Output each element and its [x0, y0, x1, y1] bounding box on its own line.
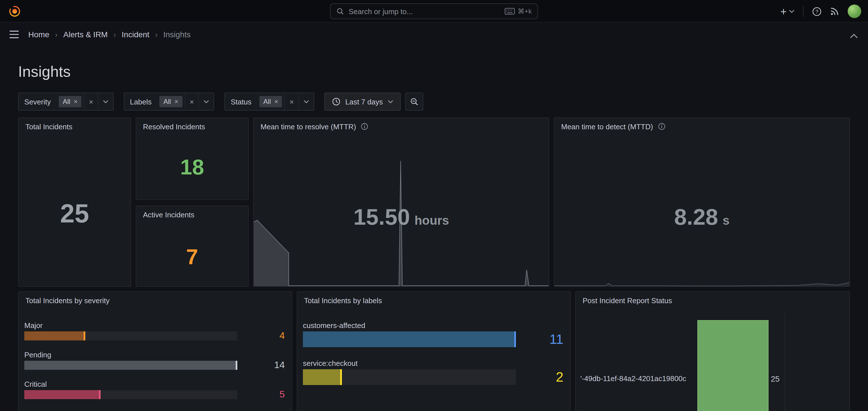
user-avatar[interactable] [848, 4, 861, 18]
stat-value-wrap: 18 [136, 135, 248, 199]
panel-title[interactable]: Mean time to detect (MTTD) [561, 122, 653, 131]
info-icon[interactable] [361, 123, 368, 130]
filter-labels-label[interactable]: Labels [124, 93, 157, 110]
report-category-label: '-49db-11ef-84a2-4201ac19800c [580, 374, 708, 383]
svg-text:?: ? [815, 8, 818, 14]
mttr-unit: hours [414, 213, 449, 228]
bar-gauge-row-service-checkout: service:checkout 2 [303, 359, 563, 385]
panel-title[interactable]: Mean time to resolve (MTTR) [260, 122, 356, 131]
chart-gridline [784, 313, 785, 411]
time-range-picker[interactable]: Last 7 days [324, 93, 400, 111]
panel-title[interactable]: Active Incidents [143, 210, 194, 219]
menu-toggle-button[interactable] [9, 31, 19, 38]
panel-mttd: Mean time to detect (MTTD) 8.28 s [554, 117, 850, 287]
bar-gauge-row-pending: Pending 14 [24, 351, 285, 370]
panel-title[interactable]: Resolved Incidents [143, 122, 205, 131]
panel-incidents-by-labels: Total Incidents by labels customers-affe… [297, 291, 571, 411]
panel-title[interactable]: Post Incident Report Status [583, 296, 672, 305]
filter-severity-controls: × [84, 93, 113, 110]
bar-value: 4 [245, 332, 285, 340]
search-shortcut-text: ⌘+k [518, 7, 532, 15]
filter-labels-chip[interactable]: All × [159, 96, 182, 107]
filter-severity-chip[interactable]: All × [59, 96, 82, 107]
breadcrumb-insights: Insights [163, 30, 191, 39]
breadcrumb-incident[interactable]: Incident [122, 30, 150, 39]
filter-labels[interactable]: Labels All × × [124, 93, 214, 111]
remove-value-icon[interactable]: × [274, 98, 278, 106]
info-icon[interactable] [657, 123, 665, 130]
clear-filter-icon[interactable]: × [284, 93, 299, 110]
collapse-controls-button[interactable] [850, 31, 858, 41]
clock-icon [332, 97, 341, 106]
bar-label: service:checkout [303, 359, 516, 368]
bar-fill [24, 332, 85, 340]
stat-value-wrap: 8.28 s [554, 135, 849, 286]
breadcrumb-separator: › [113, 30, 116, 39]
bar-label: Major [24, 321, 237, 330]
news-button[interactable] [830, 7, 839, 16]
panel-post-incident-report-status: Post Incident Report Status '-49db-11ef-… [575, 291, 850, 411]
chevron-up-icon [850, 34, 858, 38]
bar-track [303, 332, 516, 347]
search-placeholder: Search or jump to... [349, 7, 500, 15]
report-status-bar [698, 320, 769, 411]
resolved-incidents-value: 18 [180, 155, 204, 179]
bar-gauge-row-critical: Critical 5 [24, 380, 285, 399]
filter-status-chip[interactable]: All × [259, 96, 282, 107]
stat-value-wrap: 7 [136, 223, 248, 286]
rss-icon [830, 7, 839, 16]
bar-value: 11 [524, 332, 563, 347]
search-input[interactable]: Search or jump to... ⌘+k [330, 3, 538, 19]
active-incidents-value: 7 [186, 245, 198, 269]
bar-fill [303, 332, 516, 347]
filter-status[interactable]: Status All × × [224, 93, 314, 111]
panel-title[interactable]: Total Incidents [25, 122, 72, 131]
page-title: Insights [18, 63, 71, 81]
chevron-down-icon[interactable] [98, 93, 113, 110]
breadcrumb-separator: › [155, 30, 158, 39]
filter-bar: Severity All × × Labels All × × [18, 93, 423, 111]
help-icon: ? [812, 6, 822, 16]
clear-filter-icon[interactable]: × [185, 93, 198, 110]
panel-title[interactable]: Total Incidents by severity [25, 296, 110, 305]
breadcrumb-home[interactable]: Home [28, 30, 50, 39]
bar-gauge-list: Major 4 Pending 14 Critical [19, 309, 291, 411]
bar-value: 14 [245, 361, 285, 370]
grafana-logo-icon[interactable] [8, 4, 22, 18]
report-value: 25 [771, 374, 780, 383]
zoom-out-button[interactable] [405, 93, 423, 111]
breadcrumb-alerts-irm[interactable]: Alerts & IRM [63, 30, 107, 39]
mttd-value: 8.28 [674, 204, 718, 230]
bar-track [24, 390, 237, 399]
bar-gauge-row-customers-affected: customers-affected 11 [303, 321, 563, 347]
topbar-actions: + ? [780, 0, 861, 23]
bar-track [303, 369, 516, 385]
filter-labels-controls: × [185, 93, 214, 110]
filter-status-label[interactable]: Status [225, 93, 257, 110]
bar-gauge-list: customers-affected 11 service:checkout 2 [297, 309, 570, 385]
bar-fill [24, 390, 100, 399]
grafana-logo-glyph [8, 5, 21, 17]
mttr-value: 15.50 [353, 204, 410, 230]
remove-value-icon[interactable]: × [74, 98, 78, 106]
filter-severity[interactable]: Severity All × × [18, 93, 114, 111]
chevron-down-icon[interactable] [299, 93, 314, 110]
filter-labels-value: All [163, 98, 171, 106]
panel-mttr: Mean time to resolve (MTTR) 15.50 hours [253, 117, 549, 287]
remove-value-icon[interactable]: × [174, 98, 178, 106]
chevron-down-icon[interactable] [198, 93, 214, 110]
topbar-divider [803, 6, 804, 17]
help-button[interactable]: ? [812, 6, 822, 16]
total-incidents-value: 25 [60, 198, 89, 229]
mttd-unit: s [723, 213, 730, 228]
filter-severity-value: All [63, 98, 70, 106]
bar-label: customers-affected [303, 321, 516, 330]
bar-fill [303, 369, 342, 385]
add-button[interactable]: + [780, 6, 795, 16]
clear-filter-icon[interactable]: × [84, 93, 98, 110]
panel-title[interactable]: Total Incidents by labels [304, 296, 382, 305]
bar-value: 5 [245, 390, 285, 399]
stat-value-wrap: 15.50 hours [254, 135, 549, 286]
filter-severity-label[interactable]: Severity [19, 93, 57, 110]
bar-fill [24, 361, 237, 370]
